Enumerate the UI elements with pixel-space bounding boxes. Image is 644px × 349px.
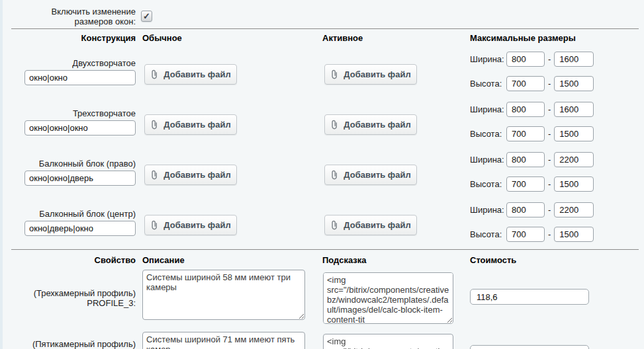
range-dash: -: [548, 54, 551, 64]
height-range-row: Высота: -: [470, 76, 594, 91]
construction-scheme-input[interactable]: [24, 221, 136, 236]
range-dash: -: [548, 179, 551, 189]
range-dash: -: [548, 129, 551, 139]
add-file-button-label: Добавить файл: [344, 69, 410, 79]
width-range-row: Ширина: -: [470, 202, 594, 217]
width-label: Ширина:: [470, 205, 504, 215]
add-file-button-label: Добавить файл: [163, 69, 230, 79]
header-max-sizes: Максимальные размеры: [470, 33, 576, 43]
height-label: Высота:: [470, 229, 504, 239]
paperclip-icon: [330, 120, 338, 130]
check-icon: ✓: [143, 11, 150, 21]
construction-row-label: Балконный блок (право): [0, 159, 136, 169]
range-dash: -: [548, 205, 551, 215]
add-file-button-active[interactable]: Добавить файл: [324, 215, 417, 235]
height-max-input[interactable]: [554, 227, 594, 242]
property-hint-textarea[interactable]: <img src="/bitrix/components/creativebz/…: [323, 334, 453, 349]
height-max-input[interactable]: [554, 76, 594, 91]
width-label: Ширина:: [470, 155, 504, 165]
width-min-input[interactable]: [506, 52, 545, 67]
add-file-button-label: Добавить файл: [344, 220, 410, 230]
property-hint-textarea[interactable]: <img src="/bitrix/components/creativebz/…: [323, 272, 453, 324]
header-description: Описание: [142, 255, 185, 265]
width-min-input[interactable]: [506, 152, 545, 167]
height-label: Высота:: [470, 129, 504, 139]
height-range-row: Высота: -: [470, 126, 594, 141]
paperclip-icon: [330, 170, 338, 180]
width-label: Ширина:: [470, 54, 504, 64]
header-hint: Подсказка: [322, 255, 367, 265]
width-range-row: Ширина: -: [470, 52, 594, 67]
height-min-input[interactable]: [506, 227, 545, 242]
width-min-input[interactable]: [506, 202, 545, 217]
add-file-button-label: Добавить файл: [344, 170, 410, 180]
separator-top: [11, 28, 639, 29]
width-max-input[interactable]: [554, 102, 594, 117]
header-property: Свойство: [0, 255, 136, 265]
width-min-input[interactable]: [506, 102, 545, 117]
property-row-label: (Пятикамерный профиль): [0, 339, 136, 349]
add-file-button-label: Добавить файл: [344, 120, 410, 130]
add-file-button-label: Добавить файл: [163, 120, 230, 130]
range-dash: -: [548, 155, 551, 165]
height-min-input[interactable]: [506, 126, 545, 141]
height-max-input[interactable]: [554, 126, 594, 141]
property-row-label: (Трехкамерный профиль) PROFILE_3:: [0, 288, 136, 308]
add-file-button-normal[interactable]: Добавить файл: [144, 215, 237, 235]
separator-middle: [11, 249, 639, 250]
construction-row-label: Балконный блок (центр): [0, 209, 136, 219]
height-label: Высота:: [470, 179, 504, 189]
enable-resize-checkbox[interactable]: ✓: [141, 11, 152, 22]
header-active: Активное: [322, 33, 363, 43]
height-range-row: Высота: -: [470, 176, 594, 192]
range-dash: -: [548, 79, 551, 89]
paperclip-icon: [150, 120, 158, 130]
construction-row-label: Двухстворчатое: [0, 58, 136, 68]
add-file-button-active[interactable]: Добавить файл: [324, 64, 417, 85]
height-min-input[interactable]: [506, 176, 545, 192]
paperclip-icon: [150, 220, 158, 230]
construction-scheme-input[interactable]: [24, 171, 136, 186]
property-description-textarea[interactable]: Системы шириной 71 мм имеют пять камер: [142, 332, 305, 349]
range-dash: -: [548, 229, 551, 239]
width-max-input[interactable]: [554, 52, 594, 67]
add-file-button-normal[interactable]: Добавить файл: [144, 165, 237, 185]
range-dash: -: [548, 104, 551, 114]
height-label: Высота:: [470, 79, 504, 89]
add-file-button-active[interactable]: Добавить файл: [324, 114, 417, 135]
width-max-input[interactable]: [554, 202, 594, 217]
enable-resize-label: Включить изменение размеров окон:: [36, 7, 136, 26]
construction-scheme-input[interactable]: [24, 70, 136, 85]
height-range-row: Высота: -: [470, 227, 594, 242]
property-code: PROFILE_3:: [0, 298, 136, 308]
construction-scheme-input[interactable]: [24, 120, 136, 136]
paperclip-icon: [150, 69, 158, 79]
property-name: (Пятикамерный профиль): [0, 339, 136, 349]
header-normal: Обычное: [142, 33, 182, 43]
property-cost-input[interactable]: [470, 289, 589, 305]
paperclip-icon: [330, 69, 338, 79]
construction-row-label: Трехстворчатое: [0, 108, 136, 118]
property-name: (Трехкамерный профиль): [0, 288, 136, 298]
width-range-row: Ширина: -: [470, 152, 594, 167]
property-description-textarea[interactable]: Системы шириной 58 мм имеют три камеры: [142, 270, 305, 320]
add-file-button-active[interactable]: Добавить файл: [324, 165, 417, 185]
height-min-input[interactable]: [506, 76, 545, 91]
header-cost: Стоимость: [470, 255, 516, 265]
paperclip-icon: [330, 220, 338, 230]
width-range-row: Ширина: -: [470, 102, 594, 117]
width-max-input[interactable]: [554, 152, 594, 167]
property-cost-input[interactable]: [470, 345, 589, 349]
window-calc-settings-page: Включить изменение размеров окон: ✓ Конс…: [0, 0, 644, 349]
paperclip-icon: [150, 170, 158, 180]
add-file-button-normal[interactable]: Добавить файл: [144, 114, 237, 135]
header-construction: Конструкция: [0, 33, 136, 43]
width-label: Ширина:: [470, 104, 504, 114]
add-file-button-label: Добавить файл: [163, 220, 230, 230]
add-file-button-label: Добавить файл: [163, 170, 230, 180]
add-file-button-normal[interactable]: Добавить файл: [144, 64, 237, 85]
height-max-input[interactable]: [554, 176, 594, 192]
